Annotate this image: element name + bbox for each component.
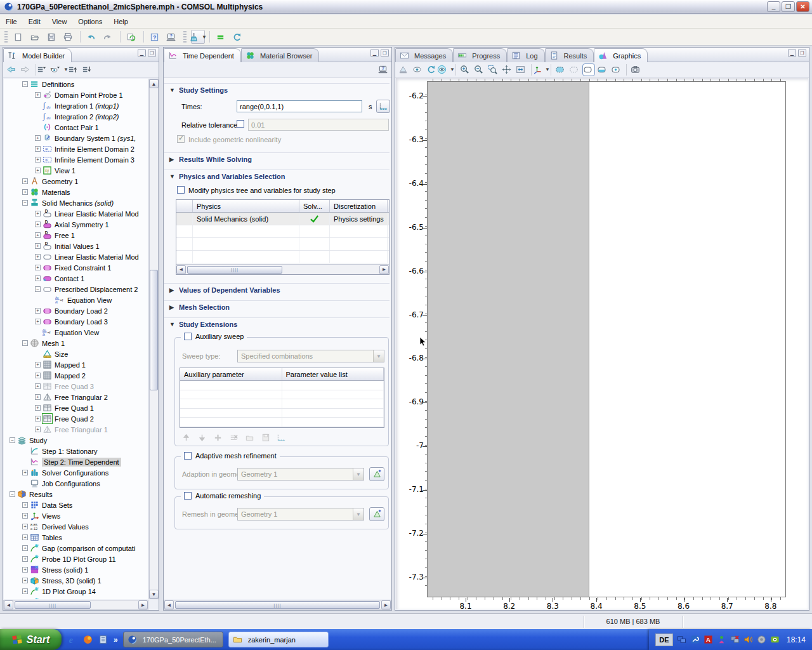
tree-item[interactable]: + xyxy=(4,597,148,599)
firefox-icon[interactable] xyxy=(82,634,93,646)
auxiliary-sweep-checkbox[interactable] xyxy=(184,333,192,340)
new-button[interactable] xyxy=(12,30,26,44)
section-mesh-selection[interactable]: ▶ Mesh Selection xyxy=(164,300,390,313)
close-button[interactable]: ✕ xyxy=(796,1,809,12)
move-down-button[interactable] xyxy=(197,432,209,443)
visibility-button[interactable]: ▼ xyxy=(440,63,452,76)
system-tool-icon[interactable] xyxy=(690,635,700,645)
panel-maximize-icon[interactable]: ❐ xyxy=(798,50,806,56)
tree-expander-icon[interactable]: − xyxy=(10,491,15,497)
taskbar-task-170gpa-50perecteth-[interactable]: 170GPa_50PerectEth... xyxy=(123,632,223,647)
tree-item-equation-view[interactable]: ∂u∂t=fEquation View xyxy=(4,327,148,338)
tree-item-stress-solid-1[interactable]: +Stress (solid) 1 xyxy=(4,564,148,575)
tree-expander-icon[interactable]: + xyxy=(35,308,41,314)
sweep-type-dropdown[interactable]: Specified combinations ▼ xyxy=(237,350,384,362)
tree-item-contact-pair-1[interactable]: Contact Pair 1 xyxy=(4,122,148,133)
tree-item-infinite-element-domain-3[interactable]: +∞Infinite Element Domain 3 xyxy=(4,154,148,165)
panel-maximize-icon[interactable]: ❐ xyxy=(381,50,389,56)
tree-item-free-quad-2[interactable]: +Free Quad 2 xyxy=(4,413,148,424)
deselect-box-button[interactable] xyxy=(568,63,581,76)
tree-item-data-sets[interactable]: +Data Sets xyxy=(4,500,148,510)
tree-item-materials[interactable]: +Materials xyxy=(4,187,148,197)
settings-horizontal-scrollbar[interactable]: ◄ |||| ► xyxy=(164,600,391,610)
tree-item-1d-plot-group-14[interactable]: +1D Plot Group 14 xyxy=(4,586,148,597)
section-results-while-solving[interactable]: ▶ Results While Solving xyxy=(164,152,390,165)
scroll-thumb[interactable]: |||| xyxy=(175,601,380,609)
tree-expander-icon[interactable]: + xyxy=(22,578,28,583)
scroll-down-icon[interactable]: ▼ xyxy=(149,590,159,599)
panel-minimize-icon[interactable]: ▁ xyxy=(788,50,796,56)
tree-item-contact-1[interactable]: +Contact 1 xyxy=(4,273,148,284)
graphics-tab-messages[interactable]: Messages xyxy=(395,48,453,62)
open-button[interactable] xyxy=(29,30,43,44)
tree-expander-icon[interactable]: + xyxy=(35,373,41,378)
tree-expander-icon[interactable]: − xyxy=(22,200,28,206)
zoom-box-button[interactable] xyxy=(487,63,500,76)
tree-item-probe-1d-plot-group-11[interactable]: +Probe 1D Plot Group 11 xyxy=(4,554,148,564)
tree-expander-icon[interactable]: + xyxy=(22,545,28,551)
tree-expander-icon[interactable]: + xyxy=(35,394,41,400)
relative-tolerance-checkbox[interactable] xyxy=(237,120,244,128)
refresh-button[interactable] xyxy=(231,30,245,44)
section-study-settings[interactable]: ▼ Study Settings xyxy=(164,83,390,96)
tree-expander-icon[interactable]: + xyxy=(22,556,28,562)
clear-solution-button[interactable]: ▼ xyxy=(191,30,205,44)
start-button[interactable]: Start xyxy=(0,629,62,650)
tree-expander-icon[interactable]: + xyxy=(35,405,41,411)
undo-button[interactable] xyxy=(85,30,99,44)
documentation-button[interactable]: ? xyxy=(165,30,179,44)
select-domains-button[interactable] xyxy=(582,63,595,76)
tree-expander-icon[interactable]: + xyxy=(35,146,41,152)
tree-item-views[interactable]: +Views xyxy=(4,510,148,521)
transparency-button[interactable] xyxy=(398,63,410,76)
tree-item-integration-2[interactable]: ∫duIntegration 2 (intop2) xyxy=(4,111,148,122)
table-row[interactable] xyxy=(180,390,384,400)
graphics-tab-results[interactable]: Results xyxy=(545,48,594,62)
go-to-view-button[interactable]: ▼ xyxy=(535,63,547,76)
load-button[interactable] xyxy=(245,432,256,443)
tree-expander-icon[interactable]: + xyxy=(35,265,41,270)
tree-item-study[interactable]: −Study xyxy=(4,435,148,446)
tree-item-step-2-time-dependent[interactable]: Step 2: Time Dependent xyxy=(4,456,148,467)
physics-table-scrollbar[interactable]: ◄||||► xyxy=(176,264,389,274)
tree-item-free-quad-1[interactable]: +Free Quad 1 xyxy=(4,402,148,413)
tree-expander-icon[interactable]: + xyxy=(22,513,28,519)
minimize-button[interactable]: _ xyxy=(767,1,780,12)
nvidia-icon[interactable] xyxy=(770,635,780,645)
tree-expander-icon[interactable]: − xyxy=(10,437,15,443)
scroll-thumb[interactable]: |||| xyxy=(15,601,91,609)
equal-check-button[interactable] xyxy=(214,30,228,44)
tree-item-mesh-1[interactable]: −Mesh 1 xyxy=(4,338,148,348)
tree-expander-icon[interactable]: + xyxy=(35,383,41,389)
node-text-button[interactable]: ▼ xyxy=(39,63,52,76)
tree-item-infinite-element-domain-2[interactable]: +∞Infinite Element Domain 2 xyxy=(4,143,148,154)
tree-item-free-1[interactable]: +DFree 1 xyxy=(4,230,148,241)
table-row[interactable] xyxy=(180,399,384,409)
graphics-tab-progress[interactable]: Progress xyxy=(453,48,507,62)
section-study-extensions[interactable]: ▼ Study Extensions xyxy=(164,317,390,330)
tree-expander-icon[interactable]: + xyxy=(35,157,41,162)
adaptive-mesh-checkbox[interactable] xyxy=(184,452,192,460)
expand-all-button[interactable] xyxy=(81,63,94,76)
tree-expander-icon[interactable]: + xyxy=(35,211,41,216)
tree-expander-icon[interactable]: + xyxy=(35,275,41,281)
physics-table[interactable]: PhysicsSolv...DiscretizationSolid Mechan… xyxy=(176,199,390,275)
table-row[interactable] xyxy=(176,225,389,238)
tree-item-axial-symmetry-1[interactable]: +DAxial Symmetry 1 xyxy=(4,219,148,230)
acrobat-icon[interactable]: A xyxy=(704,635,714,645)
tree-item-equation-view[interactable]: ∂u∂t=fEquation View xyxy=(4,295,148,305)
restore-button[interactable]: ❐ xyxy=(782,1,795,12)
tree-expander-icon[interactable]: + xyxy=(22,189,28,195)
menu-edit[interactable]: Edit xyxy=(23,16,46,27)
print-button[interactable] xyxy=(62,30,75,44)
menu-help[interactable]: Help xyxy=(108,16,134,27)
tree-expander-icon[interactable]: + xyxy=(22,567,28,573)
tree-item-domain-point-probe-1[interactable]: +Domain Point Probe 1 xyxy=(4,90,148,100)
automatic-remeshing-checkbox[interactable] xyxy=(184,492,192,500)
tree-expander-icon[interactable]: + xyxy=(22,588,28,594)
select-points-button[interactable] xyxy=(610,63,623,76)
zoom-out-button[interactable] xyxy=(473,63,486,76)
model-builder-tab[interactable]: Model Builder xyxy=(3,48,72,62)
tree-expander-icon[interactable]: + xyxy=(35,135,41,141)
table-row[interactable] xyxy=(176,238,389,251)
